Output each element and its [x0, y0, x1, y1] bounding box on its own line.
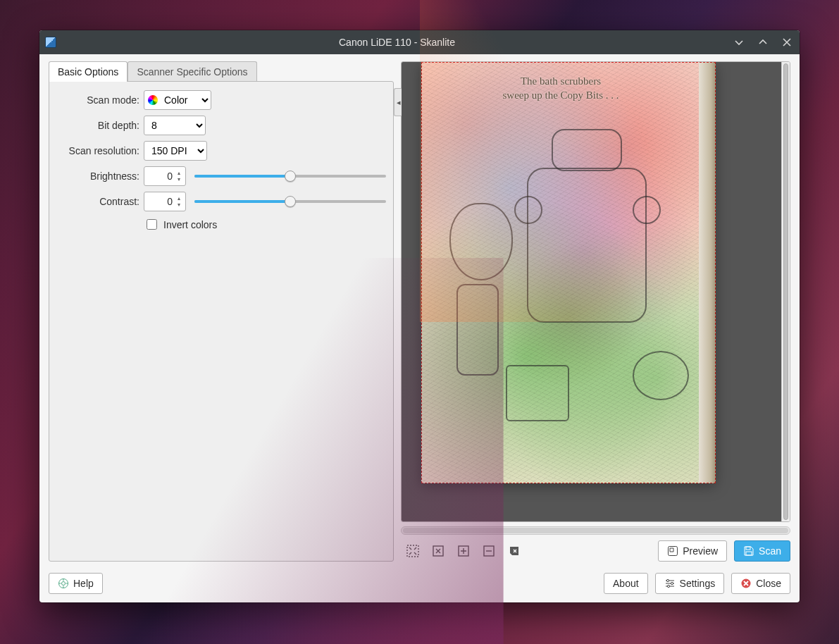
svg-rect-5: [746, 547, 750, 550]
preview-icon: [667, 545, 678, 557]
contrast-value: 0: [167, 196, 173, 207]
window-title: Canon LiDE 110 - Skanlite: [62, 37, 732, 48]
zoom-out-icon[interactable]: [483, 545, 495, 557]
svg-rect-4: [669, 547, 678, 556]
settings-button[interactable]: Settings: [655, 573, 725, 594]
svg-point-9: [666, 579, 669, 581]
bit-depth-select[interactable]: 8: [144, 116, 206, 135]
options-panel: Basic Options Scanner Specific Options S…: [49, 61, 394, 562]
spin-up-icon[interactable]: ▴: [174, 196, 184, 202]
about-button[interactable]: About: [604, 573, 648, 594]
app-icon: [45, 37, 56, 48]
tab-scanner-specific[interactable]: Scanner Specific Options: [128, 61, 256, 82]
scan-resolution-label: Scan resolution:: [56, 145, 139, 156]
spin-down-icon[interactable]: ▾: [174, 202, 184, 208]
brightness-slider[interactable]: [194, 170, 386, 182]
save-icon: [743, 545, 754, 557]
spin-down-icon[interactable]: ▾: [174, 177, 184, 182]
close-button[interactable]: Close: [731, 573, 790, 594]
contrast-spinbox[interactable]: 0 ▴▾: [144, 192, 186, 211]
scan-resolution-select[interactable]: 150 DPI: [144, 141, 207, 161]
brightness-spinbox[interactable]: 0 ▴▾: [144, 166, 186, 186]
scan-button[interactable]: Scan: [734, 540, 790, 562]
preview-button[interactable]: Preview: [658, 540, 727, 562]
brightness-label: Brightness:: [56, 171, 139, 182]
maximize-button[interactable]: [756, 35, 770, 49]
color-wheel-icon: [148, 95, 158, 105]
svg-point-11: [667, 585, 669, 587]
brightness-value: 0: [167, 171, 173, 182]
close-icon: [740, 578, 752, 589]
horizontal-scrollbar[interactable]: [401, 526, 790, 535]
scan-text-line2: sweep up the Copy Bits . . .: [421, 89, 700, 103]
preview-panel: ◂ The bath scrubbers sweep up the Copy B…: [401, 61, 790, 562]
basic-options-page: Scan mode: Color Bit depth: 8: [49, 81, 394, 562]
svg-point-8: [62, 582, 66, 586]
scanned-page[interactable]: The bath scrubbers sweep up the Copy Bit…: [421, 62, 716, 483]
close-window-button[interactable]: [780, 35, 794, 49]
clear-selection-icon[interactable]: [508, 545, 521, 557]
contrast-label: Contrast:: [56, 196, 139, 207]
contrast-slider[interactable]: [194, 195, 386, 208]
preview-viewport[interactable]: The bath scrubbers sweep up the Copy Bit…: [401, 61, 790, 522]
minimize-button[interactable]: [732, 35, 746, 49]
spin-up-icon[interactable]: ▴: [174, 171, 184, 176]
scan-mode-label: Scan mode:: [56, 94, 139, 106]
invert-colors-label: Invert colors: [163, 219, 217, 230]
svg-point-10: [671, 582, 673, 584]
titlebar[interactable]: Canon LiDE 110 - Skanlite: [39, 30, 800, 54]
invert-colors-checkbox[interactable]: [147, 219, 157, 230]
tab-basic-options[interactable]: Basic Options: [49, 61, 128, 82]
settings-icon: [664, 578, 676, 589]
vertical-scrollbar[interactable]: [781, 62, 790, 521]
bit-depth-label: Bit depth:: [56, 120, 139, 131]
zoom-fit-icon[interactable]: [406, 545, 419, 557]
help-icon: [58, 578, 69, 589]
svg-rect-0: [407, 545, 418, 557]
help-button[interactable]: Help: [49, 573, 103, 594]
svg-rect-6: [746, 552, 752, 555]
app-window: Canon LiDE 110 - Skanlite Basic Options …: [39, 30, 800, 602]
zoom-in-icon[interactable]: [457, 545, 470, 557]
scan-text-line1: The bath scrubbers: [421, 75, 700, 89]
zoom-original-icon[interactable]: [432, 545, 445, 557]
